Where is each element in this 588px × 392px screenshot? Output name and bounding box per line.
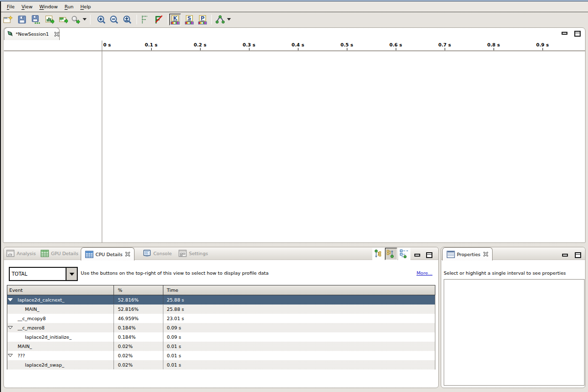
tab-label: Settings: [189, 251, 208, 256]
ruler-tick: [494, 48, 494, 50]
event-time: 0.09 s: [163, 332, 435, 342]
table-row-laplace2dcalcnext[interactable]: laplace2d_calcnext_52.816%25.88 s: [7, 295, 435, 305]
column-divider[interactable]: [163, 295, 163, 370]
tree-bottom-up-button[interactable]: [385, 248, 397, 260]
tab-analysis[interactable]: Analysis: [4, 247, 38, 260]
close-icon[interactable]: [54, 32, 59, 37]
settings-icon: [179, 250, 187, 257]
maximize-details-button[interactable]: [426, 252, 432, 258]
combo-value: TOTAL: [10, 268, 66, 280]
table-row-cmzero8[interactable]: __c_mzero80.184%0.09 s: [7, 323, 435, 332]
expander-icon[interactable]: [8, 326, 13, 329]
event-percent: 0.184%: [114, 323, 163, 332]
tab-properties[interactable]: Properties: [442, 247, 493, 261]
expander-icon[interactable]: [8, 298, 13, 302]
table-row-main[interactable]: MAIN_0.02%0.01 s: [7, 342, 435, 351]
call-tree-icon: [215, 15, 225, 24]
tree-top-down-button[interactable]: [372, 248, 384, 260]
expander-icon[interactable]: [8, 354, 13, 357]
event-percent: 52.816%: [114, 305, 163, 314]
toolbar-separator: [90, 15, 90, 24]
zoom-out-button[interactable]: [108, 14, 120, 25]
toolbar-separator: [168, 15, 168, 24]
timeline-editor-area: *NewSession1 0 s0.1 s0.2 s0.3 s0.4 s0.5 …: [3, 27, 586, 243]
table-row-cmcopy8[interactable]: __c_mcopy846.959%23.01 s: [7, 314, 435, 323]
menu-view[interactable]: View: [18, 2, 36, 11]
ruler-tick: [347, 48, 347, 50]
stream-coloring-button[interactable]: S: [183, 14, 195, 25]
session-icon: [7, 30, 14, 38]
event-percent: 0.02%: [114, 351, 163, 360]
ruler-label-0.3s: 0.3 s: [243, 42, 255, 47]
minimize-properties-button[interactable]: [562, 254, 568, 257]
save-session-button[interactable]: [16, 14, 28, 25]
analysis-icon: [6, 250, 15, 257]
close-icon[interactable]: [483, 252, 488, 257]
tab-settings[interactable]: Settings: [176, 247, 210, 260]
flat-profile-icon: [400, 249, 409, 259]
search-button[interactable]: [69, 14, 81, 25]
combo-dropdown-button[interactable]: [66, 268, 77, 280]
close-icon[interactable]: [125, 252, 130, 257]
zoom-in-button[interactable]: [95, 14, 107, 25]
menu-help[interactable]: Help: [77, 2, 94, 11]
maximize-editor-button[interactable]: [574, 31, 581, 37]
event-time: 0.09 s: [163, 323, 435, 332]
table-row-[interactable]: ???0.02%0.01 s: [7, 351, 435, 360]
ruler-label-0.2s: 0.2 s: [194, 42, 206, 47]
column-header-percent[interactable]: %: [114, 285, 163, 295]
column-header-event[interactable]: Event: [7, 285, 114, 295]
new-session-button[interactable]: [2, 14, 14, 25]
save-session-as-button[interactable]: [30, 14, 42, 25]
event-percent: 0.184%: [114, 332, 163, 342]
properties-message: Select or highlight a single interval to…: [444, 270, 566, 276]
tab-label: Console: [153, 251, 172, 256]
zoom-fit-button[interactable]: [121, 14, 133, 25]
ruler-label-0.4s: 0.4 s: [292, 42, 304, 47]
tab-label: GPU Details: [51, 251, 78, 256]
search-dropdown-caret[interactable]: [83, 18, 87, 21]
menu-window[interactable]: Window: [36, 2, 61, 11]
tab-cpu-details[interactable]: CPU Details: [81, 247, 135, 261]
event-name: MAIN_: [25, 306, 39, 312]
ruler-tick: [543, 48, 543, 50]
call-tree-dropdown-caret[interactable]: [227, 18, 231, 21]
minimize-details-button[interactable]: [414, 254, 420, 257]
marker-f-off-button[interactable]: [153, 14, 164, 25]
event-name: laplace2d_swap_: [25, 362, 64, 368]
profile-scope-combo[interactable]: TOTAL: [9, 267, 78, 281]
table-row-main[interactable]: MAIN_52.816%25.88 s: [7, 305, 435, 314]
flat-profile-button[interactable]: [398, 248, 410, 260]
svg-text:S: S: [187, 15, 191, 22]
timeline-canvas[interactable]: [102, 51, 584, 241]
search-icon: [71, 16, 80, 24]
marker-f-off-icon: [154, 15, 163, 24]
menu-run[interactable]: Run: [61, 2, 77, 11]
tab-gpu-details[interactable]: GPU Details: [38, 247, 81, 260]
toolbar-separator: [136, 15, 137, 24]
menu-file[interactable]: File: [3, 2, 18, 11]
event-name: laplace2d_initialize_: [25, 334, 71, 340]
editor-tab-newsession1[interactable]: *NewSession1: [4, 27, 60, 40]
ruler-label-0.1s: 0.1 s: [145, 42, 158, 47]
table-row-laplace2dinitialize[interactable]: laplace2d_initialize_0.184%0.09 s: [7, 332, 435, 342]
column-divider[interactable]: [113, 295, 114, 370]
process-coloring-button[interactable]: P: [197, 14, 208, 25]
table-row-laplace2dswap[interactable]: laplace2d_swap_0.02%0.01 s: [7, 360, 435, 370]
more-link[interactable]: More...: [416, 270, 432, 276]
call-tree-button[interactable]: [214, 14, 226, 25]
tab-label: CPU Details: [95, 252, 122, 257]
kernel-coloring-button[interactable]: K: [169, 14, 181, 25]
event-percent: 52.816%: [114, 295, 163, 305]
tab-console[interactable]: Console: [140, 247, 174, 260]
event-percent: 0.02%: [114, 342, 163, 351]
properties-content-box: [444, 279, 585, 386]
column-header-time[interactable]: Time: [163, 285, 435, 295]
marker-f-dashed-button[interactable]: [139, 14, 151, 25]
new-session-icon: [3, 15, 13, 24]
export-profile-button[interactable]: [44, 14, 55, 25]
export-timeline-button[interactable]: [57, 14, 69, 25]
minimize-editor-button[interactable]: [562, 32, 567, 35]
maximize-properties-button[interactable]: [575, 252, 581, 258]
zoom-in-icon: [97, 15, 106, 24]
